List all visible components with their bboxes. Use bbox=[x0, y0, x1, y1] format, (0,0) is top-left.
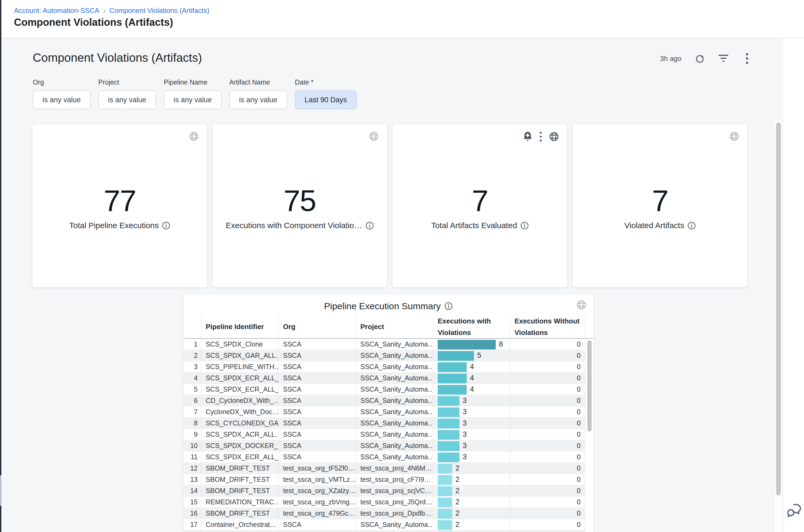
violations-bar[interactable] bbox=[438, 487, 452, 496]
filter-project-value[interactable]: is any value bbox=[98, 91, 156, 109]
table-row[interactable]: 12 SBOM_DRIFT_TEST test_ssca_org_tF5Zf0…… bbox=[183, 463, 585, 474]
table-row[interactable]: 10 SCS_SPDX_DOCKER_… SSCA SSCA_Sanity_Au… bbox=[183, 440, 585, 452]
pipeline-identifier-cell[interactable]: CD_CycloneDX_With_… bbox=[201, 395, 278, 406]
executions-with-violations-cell[interactable]: 4 bbox=[433, 384, 510, 395]
table-row[interactable]: 17 Container_Orchestrat… SSCA SSCA_Sanit… bbox=[183, 519, 585, 530]
pipeline-identifier-cell[interactable] bbox=[201, 530, 278, 532]
table-row[interactable]: 16 SBOM_DRIFT_TEST test_ssca_org_479Gc… … bbox=[183, 508, 585, 519]
table-row[interactable]: 2 SCS_SPDX_GAR_ALL… SSCA SSCA_Sanity_Aut… bbox=[183, 350, 585, 361]
filter-pipeline-name-value[interactable]: is any value bbox=[164, 91, 222, 109]
table-scrollbar-thumb[interactable] bbox=[587, 340, 592, 431]
info-icon[interactable] bbox=[366, 222, 374, 230]
table-row[interactable]: 4 SCS_SPDX_ECR_ALL_… SSCA SSCA_Sanity_Au… bbox=[183, 373, 585, 384]
column-header-pipeline-identifier[interactable]: Pipeline Identifier bbox=[201, 316, 278, 338]
pipeline-identifier-cell[interactable]: SCS_SPDX_DOCKER_… bbox=[201, 440, 278, 451]
table-row[interactable]: 13 SBOM_DRIFT_TEST test_ssca_org_VMTLz… … bbox=[183, 474, 585, 485]
executions-with-violations-cell[interactable]: 3 bbox=[433, 418, 510, 429]
breadcrumb-current-link[interactable]: Component Violations (Artifacts) bbox=[109, 6, 209, 15]
executions-with-violations-cell[interactable]: 2 bbox=[433, 508, 510, 519]
info-icon[interactable] bbox=[520, 222, 529, 230]
table-row-partial[interactable] bbox=[183, 530, 585, 532]
pipeline-identifier-cell[interactable]: Container_Orchestrat… bbox=[201, 519, 278, 530]
info-icon[interactable] bbox=[688, 222, 696, 230]
page-scrollbar-thumb[interactable] bbox=[776, 122, 781, 495]
alert-bell-icon[interactable] bbox=[523, 131, 532, 142]
column-header-executions-without-violations[interactable]: Executions Without Violations bbox=[510, 316, 581, 338]
violations-bar[interactable] bbox=[438, 385, 467, 395]
violations-bar[interactable] bbox=[438, 351, 474, 361]
pipeline-identifier-cell[interactable]: SBOM_DRIFT_TEST bbox=[201, 508, 278, 519]
pipeline-identifier-cell[interactable]: SCS_SPDX_ECR_ALL_… bbox=[201, 452, 278, 462]
table-row[interactable]: 6 CD_CycloneDX_With_… SSCA SSCA_Sanity_A… bbox=[183, 395, 585, 406]
violations-bar[interactable] bbox=[438, 396, 460, 406]
refresh-button[interactable] bbox=[694, 53, 705, 64]
globe-icon[interactable] bbox=[189, 131, 199, 141]
executions-with-violations-cell[interactable]: 2 bbox=[433, 485, 510, 496]
globe-icon[interactable] bbox=[729, 131, 739, 141]
dashboard-filters-button[interactable] bbox=[718, 53, 729, 64]
pipeline-identifier-cell[interactable]: SBOM_DRIFT_TEST bbox=[201, 463, 278, 474]
violations-bar[interactable] bbox=[438, 340, 496, 349]
table-row[interactable]: 15 REMEDIATION_TRAC… test_ssca_org_zbVmg… bbox=[183, 497, 585, 508]
executions-with-violations-cell[interactable]: 4 bbox=[433, 373, 510, 384]
column-header-org[interactable]: Org bbox=[278, 316, 356, 338]
pipeline-identifier-cell[interactable]: SCS_SPDX_GAR_ALL… bbox=[201, 350, 278, 361]
violations-bar[interactable] bbox=[438, 419, 460, 429]
executions-with-violations-cell[interactable]: 3 bbox=[433, 395, 510, 406]
pipeline-identifier-cell[interactable]: SCS_SPDX_Clone bbox=[201, 339, 278, 350]
violations-bar[interactable] bbox=[438, 374, 467, 383]
filter-artifact-name-value[interactable]: is any value bbox=[229, 91, 287, 109]
globe-icon[interactable] bbox=[549, 132, 559, 142]
violations-bar[interactable] bbox=[438, 362, 467, 372]
kebab-menu-icon[interactable] bbox=[540, 132, 542, 142]
violations-bar[interactable] bbox=[438, 464, 452, 474]
pipeline-identifier-cell[interactable]: SBOM_DRIFT_TEST bbox=[201, 474, 278, 485]
breadcrumb-account-link[interactable]: Account: Automation-SSCA bbox=[14, 6, 99, 15]
table-row[interactable]: 8 SCS_CYCLONEDX_GA… SSCA SSCA_Sanity_Aut… bbox=[183, 418, 585, 429]
executions-with-violations-cell[interactable]: 4 bbox=[433, 361, 510, 372]
column-header-project[interactable]: Project bbox=[356, 316, 433, 338]
violations-bar[interactable] bbox=[438, 509, 452, 518]
pipeline-identifier-cell[interactable]: SCS_SPDX_ACR_ALL… bbox=[201, 429, 278, 440]
filter-date-value[interactable]: Last 90 Days bbox=[295, 91, 357, 109]
table-row[interactable]: 14 SBOM_DRIFT_TEST test_ssca_org_XZalzy…… bbox=[183, 485, 585, 497]
executions-with-violations-cell[interactable]: 3 bbox=[433, 429, 510, 440]
violations-bar[interactable] bbox=[438, 498, 452, 507]
executions-with-violations-cell[interactable]: 2 bbox=[433, 497, 510, 508]
executions-with-violations-cell[interactable]: 3 bbox=[433, 440, 510, 451]
table-row[interactable]: 3 SCS_PIPELINE_WITH… SSCA SSCA_Sanity_Au… bbox=[183, 361, 585, 373]
executions-with-violations-cell[interactable]: 2 bbox=[433, 474, 510, 485]
filter-org-value[interactable]: is any value bbox=[33, 91, 91, 109]
pipeline-identifier-cell[interactable]: CycloneDX_With_Doc… bbox=[201, 406, 278, 417]
executions-with-violations-cell[interactable]: 5 bbox=[433, 350, 510, 361]
violations-bar[interactable] bbox=[438, 520, 452, 530]
pipeline-identifier-cell[interactable]: SCS_SPDX_ECR_ALL_… bbox=[201, 373, 278, 384]
pipeline-identifier-cell[interactable]: REMEDIATION_TRAC… bbox=[201, 497, 278, 508]
executions-with-violations-cell[interactable]: 8 bbox=[433, 339, 510, 350]
executions-with-violations-cell[interactable] bbox=[433, 530, 510, 532]
violations-bar[interactable] bbox=[438, 430, 460, 440]
table-row[interactable]: 5 SCS_SPDX_ECR_ALL_… SSCA SSCA_Sanity_Au… bbox=[183, 384, 585, 395]
globe-icon[interactable] bbox=[576, 300, 586, 310]
violations-bar[interactable] bbox=[438, 441, 460, 451]
table-row[interactable]: 1 SCS_SPDX_Clone SSCA SSCA_Sanity_Automa… bbox=[183, 339, 585, 350]
executions-with-violations-cell[interactable]: 2 bbox=[433, 463, 510, 474]
globe-icon[interactable] bbox=[369, 131, 379, 141]
column-header-executions-with-violations[interactable]: Executions with Violations bbox=[433, 316, 503, 338]
left-edge-scroll-thumb[interactable] bbox=[0, 475, 1, 506]
violations-bar[interactable] bbox=[438, 475, 452, 485]
executions-with-violations-cell[interactable]: 3 bbox=[433, 452, 510, 462]
info-icon[interactable] bbox=[445, 302, 453, 310]
executions-with-violations-cell[interactable]: 3 bbox=[433, 406, 510, 417]
table-row[interactable]: 9 SCS_SPDX_ACR_ALL… SSCA SSCA_Sanity_Aut… bbox=[183, 429, 585, 440]
chat-help-button[interactable] bbox=[785, 501, 804, 520]
pipeline-identifier-cell[interactable]: SBOM_DRIFT_TEST bbox=[201, 485, 278, 496]
violations-bar[interactable] bbox=[438, 453, 460, 462]
pipeline-identifier-cell[interactable]: SCS_CYCLONEDX_GA… bbox=[201, 418, 278, 429]
table-row[interactable]: 7 CycloneDX_With_Doc… SSCA SSCA_Sanity_A… bbox=[183, 406, 585, 418]
dashboard-menu-button[interactable] bbox=[742, 53, 752, 64]
executions-with-violations-cell[interactable]: 2 bbox=[433, 519, 510, 530]
violations-bar[interactable] bbox=[438, 407, 460, 417]
info-icon[interactable] bbox=[162, 222, 170, 230]
pipeline-identifier-cell[interactable]: SCS_SPDX_ECR_ALL_… bbox=[201, 384, 278, 395]
